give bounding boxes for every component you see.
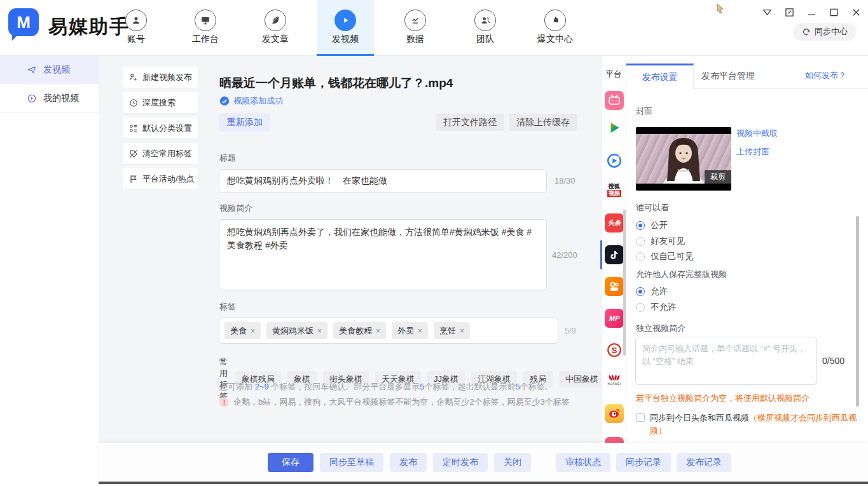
clear-upload-cache-button[interactable]: 清除上传缓存 — [509, 114, 577, 131]
huawei-icon[interactable]: HUAWEI — [605, 370, 624, 389]
clear-common-tags-button[interactable]: 清空常用标签 — [123, 143, 198, 164]
schedule-publish-button[interactable]: 定时发布 — [433, 453, 488, 472]
main-content: 晒最近一个月账单，钱都花在哪儿了？.mp4 视频添加成功 重新添加 打开文件路径… — [210, 56, 601, 443]
save-permission-allow[interactable]: 允许 — [636, 286, 668, 297]
radio-selected-icon — [636, 221, 645, 230]
hide-panel-icon[interactable] — [761, 6, 773, 18]
title-input[interactable] — [219, 169, 547, 193]
toutiao-text: 头条 — [608, 219, 621, 227]
deep-search-button[interactable]: 深度搜索 — [123, 92, 198, 113]
platform-activity-button[interactable]: 平台活动/热点 — [123, 168, 198, 189]
haokan-video-icon[interactable] — [605, 151, 624, 170]
open-file-path-button[interactable]: 打开文件路径 — [436, 114, 504, 131]
play-icon — [339, 14, 352, 27]
sync-center-button[interactable]: 同步中心 — [793, 23, 857, 41]
remove-tag-icon[interactable]: × — [317, 327, 322, 335]
remove-tag-icon[interactable]: × — [418, 327, 422, 335]
panel-scrollbar[interactable] — [856, 216, 859, 407]
close-button[interactable] — [850, 6, 862, 18]
save-permission-deny[interactable]: 不允许 — [636, 302, 677, 313]
nav-publish-article[interactable]: 发文章 — [247, 0, 304, 56]
check-circle-icon — [219, 96, 230, 106]
sync-toutiao-checkbox-row[interactable]: 同步到今日头条和西瓜视频（横屏视频才会同步到西瓜视频） — [636, 412, 862, 436]
feedback-icon[interactable] — [783, 6, 795, 18]
minimize-button[interactable] — [806, 6, 817, 18]
nav-workbench-label: 工作台 — [177, 34, 234, 45]
sidebar: 发视频 我的视频 — [0, 56, 99, 486]
nav-data-label: 数据 — [387, 34, 444, 45]
publish-records-button[interactable]: 发布记录 — [677, 453, 731, 472]
refresh-icon — [802, 27, 811, 36]
sohu-video-text1: 搜狐 — [609, 183, 620, 190]
nav-data[interactable]: 数据 — [387, 0, 444, 56]
compass-icon — [129, 98, 138, 107]
meipai-icon[interactable]: MP — [605, 309, 624, 328]
sidebar-item-publish-video[interactable]: 发视频 — [0, 56, 99, 84]
title-counter: 18/30 — [555, 176, 575, 186]
nav-publish-video[interactable]: 发视频 — [317, 0, 374, 56]
workspace: 新建视频发布 深度搜索 默认分类设置 清空常用标签 平台活动/热点 晒最近一个月… — [99, 56, 601, 443]
sidebar-item-label: 发视频 — [43, 64, 70, 76]
tab-platform-manage[interactable]: 发布平台管理 — [701, 64, 755, 89]
save-button[interactable]: 保存 — [268, 453, 313, 472]
how-to-publish-link[interactable]: 如何发布？ — [805, 64, 846, 89]
nav-hot-center[interactable]: 爆文中心 — [527, 0, 584, 56]
weibo-icon[interactable] — [605, 404, 624, 423]
common-tag[interactable]: 中国象棋 — [559, 371, 605, 388]
independent-desc-textarea[interactable] — [635, 337, 817, 385]
mouse-cursor-icon — [715, 3, 726, 15]
tencent-video-icon[interactable] — [605, 118, 624, 137]
platform-strip: 平台 搜狐 视频 头条 MP S HUAW — [601, 56, 626, 443]
chart-icon — [409, 14, 422, 27]
sidebar-item-my-videos[interactable]: 我的视频 — [0, 84, 99, 113]
cover-thumbnail[interactable]: 裁剪 — [636, 127, 731, 191]
kuaishou-icon[interactable] — [605, 277, 624, 296]
close-page-button[interactable]: 关闭 — [494, 453, 531, 472]
save-permission-label: 允许他人保存完整版视频 — [636, 269, 727, 280]
tag-chip-label: 外卖 — [397, 325, 414, 337]
panel-tabs: 发布设置 发布平台管理 如何发布？ — [626, 64, 868, 89]
maximize-button[interactable] — [828, 6, 839, 18]
bilibili-icon[interactable] — [605, 91, 624, 110]
douyin-icon[interactable] — [605, 245, 624, 264]
capture-from-video-link[interactable]: 视频中截取 — [736, 128, 778, 139]
review-status-button[interactable]: 审核状态 — [556, 453, 610, 472]
new-video-publish-button[interactable]: 新建视频发布 — [123, 67, 198, 88]
sync-to-draft-button[interactable]: 同步至草稿 — [320, 453, 383, 472]
platform-strip-scrollbar[interactable] — [623, 210, 626, 356]
publish-button[interactable]: 发布 — [390, 453, 427, 472]
upload-cover-link[interactable]: 上传封面 — [736, 146, 769, 158]
crop-badge[interactable]: 裁剪 — [705, 170, 731, 184]
remove-tag-icon[interactable]: × — [460, 327, 464, 335]
visibility-option-public[interactable]: 公开 — [636, 220, 668, 231]
description-textarea[interactable]: 想吃黄焖鸡别再点外卖了，我们在家也能做，方法很简单#黄焖鸡米饭 #美食 #美食教… — [219, 219, 547, 290]
sync-checkbox-text: 同步到今日头条和西瓜视频 — [650, 413, 749, 422]
visibility-option-private[interactable]: 仅自己可见 — [636, 251, 694, 262]
toutiao-icon[interactable]: 头条 — [605, 213, 624, 233]
header: M 易媒助手 账号 工作台 发文章 发视频 数据 团队 爆 — [0, 0, 868, 56]
tags-input[interactable]: 美食× 黄焖鸡米饭× 美食教程× 外卖× 烹饪× — [219, 318, 558, 344]
nav-team[interactable]: 团队 — [457, 0, 514, 56]
nav-workbench[interactable]: 工作台 — [177, 0, 234, 56]
radio-label: 允许 — [651, 286, 668, 297]
default-category-button[interactable]: 默认分类设置 — [123, 118, 198, 138]
sync-records-button[interactable]: 同步记录 — [616, 453, 671, 472]
sohu-icon[interactable]: S — [605, 341, 624, 360]
hint-highlight: 5 — [516, 382, 520, 391]
visibility-option-friends[interactable]: 好友可见 — [636, 236, 685, 247]
tab-publish-settings[interactable]: 发布设置 — [626, 64, 694, 89]
upload-status: 视频添加成功 — [219, 95, 283, 107]
window-controls — [761, 6, 862, 18]
tool-button-label: 平台活动/热点 — [142, 173, 195, 185]
nav-account[interactable]: 账号 — [107, 0, 165, 56]
app-logo: M — [8, 8, 40, 39]
remove-tag-icon[interactable]: × — [376, 327, 380, 335]
checkbox-icon[interactable] — [636, 413, 645, 422]
remove-tag-icon[interactable]: × — [251, 327, 255, 335]
platform-tags-warning: ! 企鹅，b站，网易，搜狗，大风平台视频标签不能为空，企鹅至少2个标签，网易至少… — [219, 396, 570, 408]
common-tags-label: 常用标签 — [219, 356, 228, 402]
hint-highlight: 5 — [420, 382, 424, 391]
re-add-button[interactable]: 重新添加 — [219, 113, 270, 132]
sohu-video-icon[interactable]: 搜狐 视频 — [605, 180, 624, 199]
nav-team-label: 团队 — [457, 34, 514, 45]
